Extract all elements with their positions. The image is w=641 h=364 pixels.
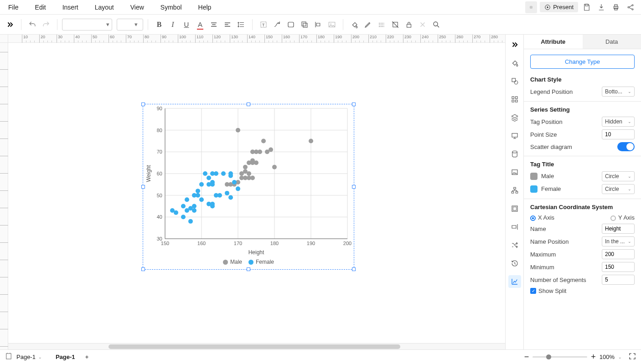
svg-point-59 — [247, 171, 251, 176]
collapse-panel-button[interactable] — [508, 38, 521, 51]
page-selector-label[interactable]: Page-1 — [16, 354, 36, 360]
fullscreen-button[interactable] — [628, 352, 636, 362]
database-panel-button[interactable] — [508, 148, 521, 160]
grid-panel-button[interactable] — [508, 93, 521, 106]
ruler-horizontal: 1020304050607080901001101201301401501601… — [8, 35, 505, 43]
font-family-input[interactable] — [62, 21, 103, 29]
menu-view[interactable]: View — [122, 0, 152, 14]
canvas[interactable]: 15016017018019020030405060708090HeightWe… — [8, 43, 505, 349]
tab-attribute[interactable]: Attribute — [524, 35, 583, 49]
lock-button[interactable] — [403, 18, 415, 31]
segments-input[interactable] — [602, 275, 635, 285]
play-button[interactable] — [525, 1, 537, 13]
textbox-button[interactable]: T — [257, 18, 270, 31]
org-panel-button[interactable] — [508, 184, 521, 197]
maximum-input[interactable] — [602, 249, 635, 259]
show-split-checkbox[interactable]: ✓ — [530, 288, 536, 294]
tab-data[interactable]: Data — [583, 35, 641, 49]
resize-handle[interactable] — [141, 103, 145, 106]
connector-button[interactable] — [271, 18, 284, 31]
chart-panel-button[interactable] — [508, 275, 521, 288]
scatter-toggle[interactable] — [617, 142, 635, 151]
line-height-button[interactable] — [235, 18, 248, 31]
font-size-select[interactable]: ▾ — [117, 19, 143, 31]
zoom-slider[interactable] — [532, 356, 587, 358]
point-size-input[interactable] — [602, 129, 635, 139]
expand-toolbar-button[interactable] — [4, 18, 16, 31]
page-tab[interactable]: Page-1 — [51, 352, 80, 362]
download-button[interactable] — [595, 1, 607, 13]
zoom-in-button[interactable]: + — [591, 352, 596, 362]
add-page-button[interactable]: + — [83, 354, 92, 360]
crop-button[interactable] — [389, 18, 402, 31]
search-button[interactable] — [430, 18, 443, 31]
menu-layout[interactable]: Layout — [87, 0, 122, 14]
share-button[interactable] — [625, 1, 636, 13]
female-shape-select[interactable]: Circle⌄ — [602, 184, 635, 194]
save-button[interactable] — [581, 1, 593, 13]
zoom-out-button[interactable]: − — [524, 352, 529, 362]
undo-button[interactable] — [26, 18, 39, 31]
scatter-chart[interactable]: 15016017018019020030405060708090HeightWe… — [145, 107, 352, 268]
menu-edit[interactable]: Edit — [27, 0, 54, 14]
text-align-v-button[interactable] — [221, 18, 234, 31]
text-color-button[interactable]: A — [194, 18, 207, 31]
canvas-area[interactable]: 1020304050607080901001101201301401501601… — [0, 35, 505, 349]
font-size-input[interactable] — [117, 21, 132, 29]
xaxis-radio[interactable] — [530, 215, 536, 221]
resize-handle[interactable] — [352, 103, 356, 106]
pages-button[interactable] — [5, 352, 13, 362]
resize-handle[interactable] — [141, 185, 145, 189]
stroke-button[interactable] — [362, 18, 374, 31]
minimum-input[interactable] — [602, 262, 635, 272]
menu-help[interactable]: Help — [190, 0, 220, 14]
align-object-button[interactable] — [312, 18, 325, 31]
line-style-button[interactable] — [375, 18, 388, 31]
svg-point-98 — [221, 171, 226, 176]
history-icon — [511, 259, 519, 267]
svg-point-18 — [434, 22, 438, 26]
svg-point-106 — [181, 215, 186, 219]
align-panel-button[interactable] — [508, 220, 521, 233]
italic-button[interactable]: I — [166, 18, 179, 31]
legend-position-select[interactable]: Botto...⌄ — [602, 87, 635, 97]
resize-handle[interactable] — [247, 103, 250, 106]
shape-round-button[interactable] — [284, 18, 297, 31]
resize-handle[interactable] — [352, 185, 356, 189]
menu-symbol[interactable]: Symbol — [152, 0, 190, 14]
zoom-knob[interactable] — [546, 354, 551, 359]
axis-name-input[interactable] — [602, 224, 635, 234]
maximum-label: Maximum — [530, 251, 556, 258]
horizontal-scrollbar[interactable] — [8, 343, 505, 349]
print-button[interactable] — [610, 1, 622, 13]
presentation-panel-button[interactable] — [508, 129, 521, 142]
resize-handle[interactable] — [247, 267, 250, 271]
menu-insert[interactable]: Insert — [54, 0, 87, 14]
image-button[interactable] — [326, 18, 338, 31]
resize-handle[interactable] — [352, 267, 356, 271]
male-shape-select[interactable]: Circle⌄ — [602, 171, 635, 181]
shape-duplicate-button[interactable] — [298, 18, 311, 31]
name-position-select[interactable]: In the ...⌄ — [602, 236, 635, 246]
image-panel-button[interactable] — [508, 166, 521, 179]
scrollbar-thumb[interactable] — [109, 344, 400, 349]
menu-file[interactable]: File — [0, 0, 27, 14]
random-panel-button[interactable] — [508, 239, 521, 251]
resize-handle[interactable] — [141, 267, 145, 271]
change-type-button[interactable]: Change Type — [530, 55, 635, 69]
history-panel-button[interactable] — [508, 257, 521, 270]
fill-button[interactable] — [348, 18, 361, 31]
layers-panel-button[interactable] — [508, 111, 521, 124]
bold-button[interactable]: B — [153, 18, 165, 31]
font-family-select[interactable]: ▾ — [62, 19, 112, 31]
settings-button[interactable] — [416, 18, 429, 31]
underline-button[interactable]: U — [180, 18, 193, 31]
fill-panel-button[interactable] — [508, 56, 521, 69]
redo-button[interactable] — [40, 18, 52, 31]
yaxis-radio[interactable] — [610, 215, 616, 221]
text-align-h-button[interactable] — [207, 18, 220, 31]
shape-panel-button[interactable] — [508, 75, 521, 87]
template-panel-button[interactable] — [508, 202, 521, 215]
tag-position-select[interactable]: Hidden⌄ — [602, 117, 635, 127]
present-button[interactable]: Present — [540, 2, 578, 12]
